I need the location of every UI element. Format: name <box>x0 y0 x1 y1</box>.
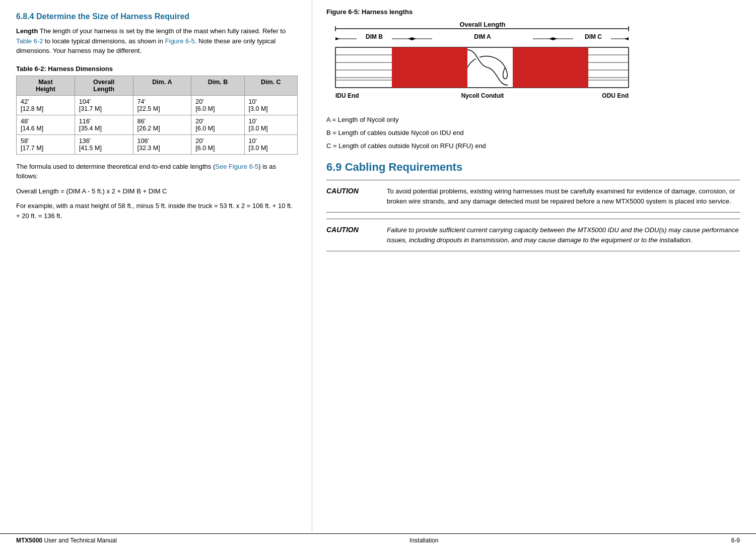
harness-diagram-svg: Overall Length DIM B DIM A <box>326 20 639 113</box>
table-cell: 136' [41.5 M] <box>75 134 133 154</box>
table-cell: 74' [22.5 M] <box>133 95 191 115</box>
footer-left-text: User and Technical Manual <box>44 537 117 544</box>
right-panel: Figure 6-5: Harness lengths Overall Leng… <box>312 0 756 533</box>
legend-a: A = Length of Nycoil only <box>326 114 740 125</box>
para1: Length The length of your harness is set… <box>16 26 298 56</box>
caution-block-2: CAUTION Failure to provide sufficient cu… <box>326 219 740 251</box>
table-cell: 86' [26.2 M] <box>133 115 191 134</box>
section-69-heading: 6.9 Cabling Requirements <box>326 161 740 174</box>
svg-text:DIM B: DIM B <box>366 33 383 40</box>
svg-marker-6 <box>335 37 339 40</box>
para1-text: The length of your harness is set by the… <box>38 27 286 35</box>
table-cell: 10' [3.0 M] <box>244 115 297 134</box>
table-cell: 104' [31.7 M] <box>75 95 133 115</box>
para3: For example, with a mast height of 58 ft… <box>16 201 298 221</box>
section-heading-684: 6.8.4 Determine the Size of Harness Requ… <box>16 12 298 21</box>
footer-brand: MTX5000 <box>16 537 42 544</box>
table-cell: 20' [6.0 M] <box>191 115 244 134</box>
table-cell: 48' [14.6 M] <box>17 115 75 134</box>
harness-dimensions-table: MastHeight OverallLength Dim. A Dim. B D… <box>16 76 298 155</box>
table-row: 48' [14.6 M]116' [35.4 M]86' [26.2 M]20'… <box>17 115 298 134</box>
table-cell: 106' [32.3 M] <box>133 134 191 154</box>
svg-text:DIM A: DIM A <box>474 33 491 40</box>
caution-1-text: To avoid potential problems, existing wi… <box>387 186 740 206</box>
svg-marker-11 <box>412 37 416 40</box>
harness-diagram: Overall Length DIM B DIM A <box>326 20 740 114</box>
svg-text:Overall Length: Overall Length <box>459 21 505 28</box>
para1-text2: to locate typical dimensions, as shown i… <box>43 37 165 45</box>
col-header-dim-b: Dim. B <box>191 76 244 95</box>
footer-left: MTX5000 User and Technical Manual <box>16 537 117 544</box>
col-header-overall-length: OverallLength <box>75 76 133 95</box>
formula: Overall Length = (DIM A - 5 ft.) x 2 + D… <box>16 186 298 196</box>
col-header-mast-height: MastHeight <box>17 76 75 95</box>
table-row: 42' [12.8 M]104' [31.7 M]74' [22.5 M]20'… <box>17 95 298 115</box>
caution-2-text: Failure to provide sufficient current ca… <box>387 225 740 245</box>
para2: The formula used to determine theoretica… <box>16 162 298 181</box>
col-header-dim-c: Dim. C <box>244 76 297 95</box>
col-header-dim-a: Dim. A <box>133 76 191 95</box>
table-cell: 20' [6.0 M] <box>191 95 244 115</box>
table-link[interactable]: Table 6-2 <box>16 37 43 45</box>
svg-text:ODU End: ODU End <box>602 92 629 99</box>
caution-1-label: CAUTION <box>326 186 387 195</box>
svg-rect-23 <box>392 47 467 88</box>
figure-title: Figure 6-5: Harness lengths <box>326 8 740 16</box>
svg-marker-13 <box>549 37 553 40</box>
figure-link-2[interactable]: See Figure 6-5 <box>215 163 258 170</box>
left-panel: 6.8.4 Determine the Size of Harness Requ… <box>0 0 312 533</box>
svg-text:IDU End: IDU End <box>335 92 359 99</box>
legend-b: B = Length of cables outside Nycoil on I… <box>326 127 740 139</box>
main-content: 6.8.4 Determine the Size of Harness Requ… <box>0 0 756 533</box>
svg-rect-24 <box>513 47 588 88</box>
table-cell: 20' [6.0 M] <box>191 134 244 154</box>
figure-link[interactable]: Figure 6-5 <box>165 37 195 45</box>
footer-center: Installation <box>409 537 438 544</box>
footer-right: 6-9 <box>731 537 740 544</box>
table-cell: 10' [3.0 M] <box>244 95 297 115</box>
table-row: 58' [17.7 M]136' [41.5 M]106' [32.3 M]20… <box>17 134 298 154</box>
svg-text:Nycoll Conduit: Nycoll Conduit <box>461 92 504 99</box>
bold-term-length: Length <box>16 27 38 35</box>
caution-2-label: CAUTION <box>326 225 387 234</box>
svg-marker-16 <box>553 37 557 40</box>
svg-marker-18 <box>625 37 629 40</box>
caution-block-1: CAUTION To avoid potential problems, exi… <box>326 180 740 213</box>
legend-c: C = Length of cables outside Nycoil on R… <box>326 141 740 152</box>
table-cell: 42' [12.8 M] <box>17 95 75 115</box>
para2-text: The formula used to determine theoretica… <box>16 163 215 170</box>
table-title: Table 6-2: Harness Dimensions <box>16 65 298 73</box>
page-container: 6.8.4 Determine the Size of Harness Requ… <box>0 0 756 547</box>
svg-text:DIM C: DIM C <box>585 33 602 40</box>
table-cell: 58' [17.7 M] <box>17 134 75 154</box>
svg-marker-8 <box>408 37 412 40</box>
table-cell: 116' [35.4 M] <box>75 115 133 134</box>
footer-bar: MTX5000 User and Technical Manual Instal… <box>0 533 756 547</box>
table-cell: 10' [3.0 M] <box>244 134 297 154</box>
